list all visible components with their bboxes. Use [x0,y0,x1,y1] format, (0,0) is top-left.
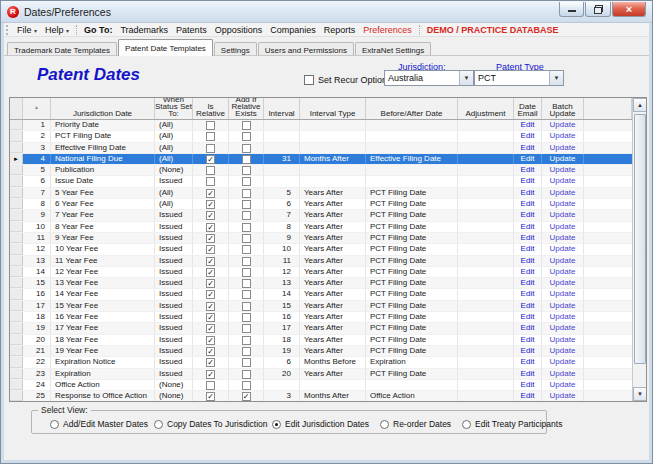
interval-type-cell[interactable]: Months After [300,391,366,401]
interval-cell[interactable]: 9 [264,233,300,243]
add-if-relative-exists[interactable] [229,278,264,288]
select-view-option-edit-jurisdiction-dates[interactable]: Edit Jurisdiction Dates [272,419,369,429]
edit-link[interactable]: Edit [521,165,535,174]
row-selector[interactable] [10,244,23,254]
before-after-date-cell[interactable]: PCT Filing Date [366,244,458,254]
status-set-to-cell[interactable]: Issued [155,357,193,367]
interval-type-cell[interactable]: Years After [300,289,366,299]
before-after-date-cell[interactable] [366,143,458,153]
edit-link[interactable]: Edit [521,176,535,185]
row-selector[interactable] [10,346,23,356]
add-if-relative-exists[interactable] [229,289,264,299]
interval-cell[interactable]: 6 [264,199,300,209]
row-selector[interactable] [10,278,23,288]
jurisdiction-date-cell[interactable]: 14 Year Fee [51,289,155,299]
col-add-if-relative-exists-header[interactable]: Add If Relative Exists [229,98,264,119]
is-relative-checkbox[interactable] [206,166,215,175]
update-link[interactable]: Update [550,335,576,344]
row-selector[interactable]: ► [10,154,23,164]
adjustment-cell[interactable] [458,335,514,345]
row-selector[interactable] [10,165,23,175]
is-relative-checkbox[interactable]: ✓ [206,370,215,379]
jurisdiction-date-cell[interactable]: Expiration [51,369,155,379]
is-relative[interactable] [193,380,229,390]
add-if-relative-exists-checkbox[interactable] [242,200,251,209]
interval-type-cell[interactable]: Years After [300,335,366,345]
edit-link[interactable]: Edit [521,120,535,129]
table-row[interactable]: 22Expiration NoticeIssued✓6Months Before… [10,357,646,368]
before-after-date-cell[interactable]: PCT Filing Date [366,188,458,198]
before-after-date-cell[interactable]: PCT Filing Date [366,222,458,232]
table-row[interactable]: 1513 Year FeeIssued✓13Years AfterPCT Fil… [10,278,646,289]
update-link[interactable]: Update [550,233,576,242]
interval-cell[interactable] [264,143,300,153]
is-relative[interactable]: ✓ [193,301,229,311]
add-if-relative-exists[interactable] [229,267,264,277]
col-interval-type-header[interactable]: Interval Type [300,98,366,119]
close-button[interactable]: × [612,2,646,17]
interval-cell[interactable]: 14 [264,289,300,299]
is-relative-checkbox[interactable]: ✓ [206,234,215,243]
row-selector[interactable] [10,131,23,141]
interval-cell[interactable]: 16 [264,312,300,322]
is-relative[interactable]: ✓ [193,199,229,209]
jurisdiction-date-cell[interactable]: 11 Year Fee [51,256,155,266]
row-selector[interactable] [10,199,23,209]
jurisdiction-date-cell[interactable]: 19 Year Fee [51,346,155,356]
adjustment-cell[interactable] [458,357,514,367]
menu-help[interactable]: Help ▾ [41,25,73,35]
adjustment-cell[interactable] [458,210,514,220]
add-if-relative-exists[interactable] [229,301,264,311]
jurisdiction-date-cell[interactable]: PCT Filing Date [51,131,155,141]
sort-ascending-icon[interactable]: ▲ [34,104,39,111]
is-relative[interactable]: ✓ [193,335,229,345]
add-if-relative-exists[interactable] [229,369,264,379]
interval-cell[interactable] [264,176,300,186]
is-relative[interactable]: ✓ [193,369,229,379]
status-set-to-cell[interactable]: (None) [155,391,193,401]
adjustment-cell[interactable] [458,369,514,379]
jurisdiction-date-cell[interactable]: Expiration Notice [51,357,155,367]
col-is-relative-header[interactable]: Is Relative [193,98,229,119]
is-relative[interactable]: ✓ [193,210,229,220]
jurisdiction-date-cell[interactable]: Office Action [51,380,155,390]
table-row[interactable]: 119 Year FeeIssued✓9Years AfterPCT Filin… [10,233,646,244]
add-if-relative-exists[interactable] [229,210,264,220]
is-relative-checkbox[interactable]: ✓ [206,336,215,345]
menu-file[interactable]: File ▾ [13,25,41,35]
before-after-date-cell[interactable]: PCT Filing Date [366,256,458,266]
before-after-date-cell[interactable]: PCT Filing Date [366,233,458,243]
select-view-option-add-edit-master-dates[interactable]: Add/Edit Master Dates [50,419,148,429]
update-link[interactable]: Update [550,323,576,332]
jurisdiction-dropdown[interactable]: Australia ▼ [384,70,474,86]
status-set-to-cell[interactable]: (All) [155,154,193,164]
interval-type-cell[interactable]: Months After [300,154,366,164]
jurisdiction-date-cell[interactable]: 15 Year Fee [51,301,155,311]
is-relative-checkbox[interactable]: ✓ [206,257,215,266]
row-selector[interactable] [10,380,23,390]
jurisdiction-date-cell[interactable]: 16 Year Fee [51,312,155,322]
table-row[interactable]: 1816 Year FeeIssued✓16Years AfterPCT Fil… [10,312,646,323]
is-relative-checkbox[interactable]: ✓ [206,279,215,288]
jurisdiction-date-cell[interactable]: 5 Year Fee [51,188,155,198]
before-after-date-cell[interactable]: PCT Filing Date [366,346,458,356]
edit-link[interactable]: Edit [521,289,535,298]
adjustment-cell[interactable] [458,222,514,232]
add-if-relative-exists-checkbox[interactable] [242,166,251,175]
table-row[interactable]: 25Response to Office Action(None)✓✓3Mont… [10,391,646,401]
update-link[interactable]: Update [550,369,576,378]
row-selector[interactable] [10,120,23,130]
update-link[interactable]: Update [550,380,576,389]
interval-cell[interactable]: 8 [264,222,300,232]
jurisdiction-date-cell[interactable]: Priority Date [51,120,155,130]
add-if-relative-exists-checkbox[interactable] [242,121,251,130]
dropdown-arrow-icon[interactable]: ▼ [459,71,473,85]
before-after-date-cell[interactable]: PCT Filing Date [366,267,458,277]
row-selector[interactable] [10,301,23,311]
status-set-to-cell[interactable]: Issued [155,222,193,232]
before-after-date-cell[interactable]: PCT Filing Date [366,199,458,209]
interval-cell[interactable] [264,131,300,141]
add-if-relative-exists-checkbox[interactable] [242,381,251,390]
table-row[interactable]: 75 Year Fee(All)✓5Years AfterPCT Filing … [10,188,646,199]
add-if-relative-exists-checkbox[interactable] [242,177,251,186]
